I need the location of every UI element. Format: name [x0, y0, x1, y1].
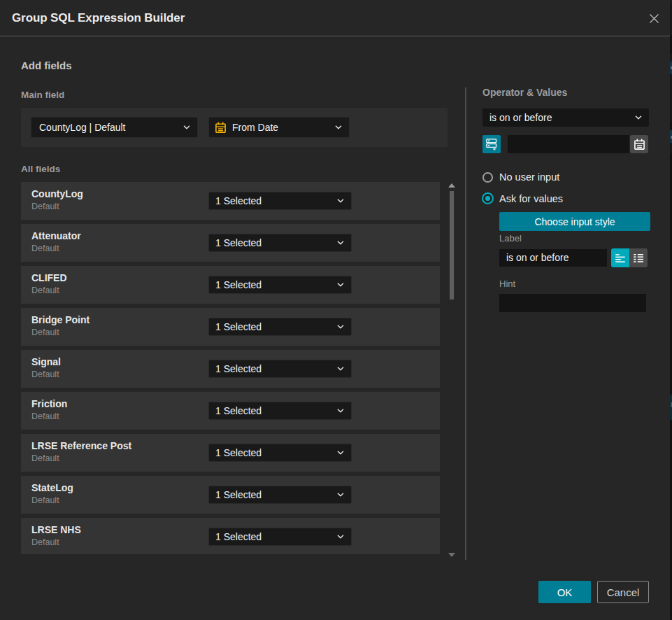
- field-subtitle: Default: [31, 201, 59, 212]
- chevron-down-icon: [337, 409, 344, 413]
- cancel-label: Cancel: [607, 586, 640, 598]
- field-selected-dropdown[interactable]: 1 Selected: [208, 318, 352, 336]
- chevron-down-icon: [337, 199, 344, 203]
- stacked-values-icon: [486, 139, 498, 150]
- chevron-down-icon: [337, 535, 344, 539]
- chevron-down-icon: [337, 325, 344, 329]
- field-row: Bridge Point Default 1 Selected: [21, 308, 440, 346]
- field-row: CountyLog Default 1 Selected: [21, 182, 440, 220]
- main-field-dropdown[interactable]: CountyLog | Default: [31, 117, 198, 138]
- single-line-input-toggle[interactable]: [611, 248, 629, 267]
- scroll-down-arrow-icon[interactable]: [448, 553, 455, 557]
- field-name: CountyLog: [31, 188, 83, 200]
- title-divider: [0, 36, 670, 36]
- field-selected-value: 1 Selected: [215, 237, 337, 248]
- operator-dropdown[interactable]: is on or before: [482, 108, 649, 127]
- field-name: CLIFED: [31, 272, 67, 284]
- field-selected-dropdown[interactable]: 1 Selected: [208, 528, 352, 546]
- main-field-dropdown-value: CountyLog | Default: [39, 122, 183, 133]
- field-row: Attenuator Default 1 Selected: [21, 224, 440, 262]
- calendar-icon: [215, 122, 227, 134]
- field-name: Attenuator: [31, 230, 81, 242]
- chevron-down-icon: [337, 367, 344, 371]
- ok-label: OK: [557, 586, 573, 598]
- field-subtitle: Default: [31, 243, 59, 254]
- field-selected-dropdown[interactable]: 1 Selected: [208, 192, 352, 210]
- field-selected-dropdown[interactable]: 1 Selected: [208, 360, 352, 378]
- scrollbar-thumb[interactable]: [450, 191, 454, 300]
- field-row: StateLog Default 1 Selected: [21, 476, 440, 514]
- radio-unselected-icon: [482, 172, 493, 183]
- chevron-down-icon: [337, 451, 344, 455]
- radio-ask-for-values[interactable]: Ask for values: [482, 192, 563, 204]
- operator-values-heading: Operator & Values: [482, 87, 567, 98]
- label-field-label: Label: [499, 233, 522, 244]
- add-fields-heading: Add fields: [21, 59, 72, 71]
- field-selected-value: 1 Selected: [215, 447, 337, 458]
- radio-no-user-input[interactable]: No user input: [482, 171, 559, 183]
- date-picker-button[interactable]: [630, 135, 648, 153]
- dialog-title: Group SQL Expression Builder: [12, 0, 185, 36]
- field-subtitle: Default: [31, 537, 59, 548]
- field-selected-value: 1 Selected: [215, 405, 337, 416]
- hint-input[interactable]: [499, 294, 646, 312]
- close-button[interactable]: [646, 10, 662, 26]
- field-name: LRSE NHS: [31, 523, 81, 536]
- field-subtitle: Default: [31, 327, 59, 338]
- field-row: LRSE Reference Post Default 1 Selected: [21, 434, 440, 472]
- value-input[interactable]: [508, 135, 629, 153]
- field-name: LRSE Reference Post: [31, 439, 131, 452]
- chevron-down-icon: [337, 283, 344, 287]
- field-subtitle: Default: [31, 411, 59, 422]
- field-selected-dropdown[interactable]: 1 Selected: [208, 234, 352, 252]
- label-input[interactable]: is on or before: [499, 249, 607, 267]
- field-selected-value: 1 Selected: [215, 195, 337, 206]
- close-icon: [649, 13, 659, 24]
- field-subtitle: Default: [31, 495, 59, 506]
- main-date-field-dropdown[interactable]: From Date: [208, 117, 350, 138]
- chevron-down-icon: [335, 125, 342, 129]
- main-field-label: Main field: [21, 90, 64, 100]
- field-selected-dropdown[interactable]: 1 Selected: [208, 402, 352, 420]
- field-row: Signal Default 1 Selected: [21, 350, 440, 388]
- radio-label: Ask for values: [499, 193, 563, 204]
- choose-input-style-label: Choose input style: [534, 216, 615, 227]
- field-selected-value: 1 Selected: [215, 489, 337, 500]
- all-fields-list: CountyLog Default 1 Selected Attenuator …: [21, 182, 440, 554]
- multi-line-input-toggle[interactable]: [629, 248, 648, 267]
- group-sql-expression-builder-dialog: Group SQL Expression Builder Add fields …: [0, 0, 670, 620]
- main-field-container: CountyLog | Default From Date: [21, 108, 448, 147]
- align-left-icon: [615, 253, 626, 264]
- field-subtitle: Default: [31, 369, 59, 380]
- field-subtitle: Default: [31, 285, 59, 296]
- field-selected-dropdown[interactable]: 1 Selected: [208, 486, 352, 504]
- chevron-down-icon: [183, 125, 190, 129]
- main-date-dropdown-value: From Date: [232, 122, 335, 133]
- field-selected-dropdown[interactable]: 1 Selected: [208, 444, 352, 462]
- panel-divider: [465, 87, 466, 560]
- radio-selected-icon: [482, 192, 494, 204]
- field-selected-value: 1 Selected: [215, 279, 337, 290]
- list-icon: [633, 253, 644, 264]
- field-selected-value: 1 Selected: [215, 363, 337, 374]
- calendar-icon: [634, 139, 645, 150]
- field-selected-dropdown[interactable]: 1 Selected: [208, 276, 352, 294]
- field-name: StateLog: [31, 481, 73, 494]
- ok-button[interactable]: OK: [538, 581, 591, 603]
- field-name: Bridge Point: [31, 313, 90, 326]
- scroll-up-arrow-icon[interactable]: [448, 183, 455, 188]
- field-row: Friction Default 1 Selected: [21, 392, 440, 430]
- field-name: Signal: [31, 355, 61, 368]
- operator-dropdown-value: is on or before: [489, 112, 635, 123]
- field-subtitle: Default: [31, 453, 59, 464]
- field-row: LRSE NHS Default 1 Selected: [21, 518, 440, 554]
- field-selected-value: 1 Selected: [215, 531, 337, 542]
- unique-values-button[interactable]: [482, 135, 501, 153]
- field-row: CLIFED Default 1 Selected: [21, 266, 440, 304]
- chevron-down-icon: [337, 493, 344, 497]
- cancel-button[interactable]: Cancel: [597, 581, 649, 603]
- choose-input-style-button[interactable]: Choose input style: [499, 212, 650, 231]
- all-fields-label: All fields: [21, 164, 60, 174]
- hint-field-label: Hint: [499, 279, 515, 289]
- field-name: Friction: [31, 397, 67, 410]
